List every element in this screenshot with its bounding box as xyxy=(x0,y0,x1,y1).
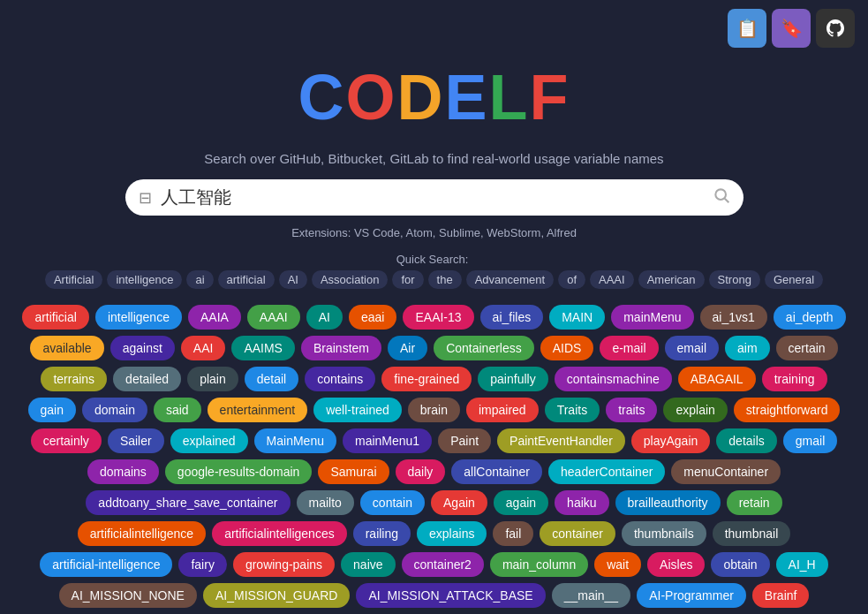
quick-search-tag[interactable]: of xyxy=(558,270,585,289)
quick-search-tag[interactable]: Association xyxy=(312,270,388,289)
tag-item[interactable]: allContainer xyxy=(451,459,542,484)
tag-item[interactable]: menuContainer xyxy=(671,459,781,484)
tag-item[interactable]: against xyxy=(110,336,175,360)
tag-item[interactable]: training xyxy=(762,367,827,391)
tag-item[interactable]: mainMenu xyxy=(611,305,693,330)
tag-item[interactable]: thumbnail xyxy=(713,521,791,546)
tag-item[interactable]: Samurai xyxy=(318,459,389,484)
tag-item[interactable]: railing xyxy=(353,521,411,546)
tag-item[interactable]: well-trained xyxy=(313,398,402,422)
tag-item[interactable]: Sailer xyxy=(108,428,164,453)
tag-item[interactable]: brain xyxy=(408,398,460,422)
tag-item[interactable]: fairy xyxy=(178,552,226,577)
quick-search-tag[interactable]: ai xyxy=(186,270,213,289)
tag-item[interactable]: intelligence xyxy=(95,305,182,330)
tag-item[interactable]: Traits xyxy=(545,398,600,422)
tag-item[interactable]: domain xyxy=(82,398,147,422)
tag-item[interactable]: AI_MISSION_ATTACK_BASE xyxy=(356,583,545,608)
tag-item[interactable]: EAAI-13 xyxy=(403,305,473,330)
tag-item[interactable]: mailto xyxy=(297,490,354,515)
tag-item[interactable]: eaai xyxy=(349,305,396,330)
quick-search-tag[interactable]: for xyxy=(392,270,423,289)
tag-item[interactable]: google-results-domain xyxy=(165,459,313,484)
tag-item[interactable]: ai_depth xyxy=(774,305,846,330)
tag-item[interactable]: details xyxy=(716,428,776,453)
tag-item[interactable]: domains xyxy=(87,459,159,484)
tag-item[interactable]: MAIN xyxy=(549,305,605,330)
tag-item[interactable]: AAIMS xyxy=(231,336,295,360)
tag-item[interactable]: contains xyxy=(305,367,375,391)
tag-item[interactable]: detail xyxy=(245,367,298,391)
tag-item[interactable]: fail xyxy=(493,521,533,546)
tag-item[interactable]: contain xyxy=(360,490,425,515)
tag-item[interactable]: brailleauthority xyxy=(615,490,721,515)
tag-item[interactable]: certain xyxy=(776,336,838,360)
tag-item[interactable]: AI xyxy=(306,305,343,330)
tag-item[interactable]: wait xyxy=(594,552,641,577)
tag-item[interactable]: explains xyxy=(417,521,487,546)
tag-item[interactable]: entertainment xyxy=(208,398,308,422)
tag-item[interactable]: Brainf xyxy=(752,583,810,608)
tag-item[interactable]: gmail xyxy=(783,428,837,453)
quick-search-tag[interactable]: the xyxy=(428,270,462,289)
quick-search-tag[interactable]: intelligence xyxy=(107,270,182,289)
tag-item[interactable]: artificial xyxy=(22,305,88,330)
tag-item[interactable]: said xyxy=(154,398,201,422)
tag-item[interactable]: artificialintelligences xyxy=(212,521,347,546)
tag-item[interactable]: addtoany_share_save_container xyxy=(86,490,290,515)
clipboard-icon[interactable]: 📋 xyxy=(728,9,766,48)
tag-item[interactable]: haiku xyxy=(555,490,608,515)
tag-item[interactable]: Containerless xyxy=(434,336,534,360)
tag-item[interactable]: impaired xyxy=(466,398,539,422)
tag-item[interactable]: explained xyxy=(170,428,248,453)
tag-item[interactable]: AAI xyxy=(181,336,226,360)
tag-item[interactable]: AI_H xyxy=(776,552,828,577)
tag-item[interactable]: artificial-intelligence xyxy=(40,552,172,577)
tag-item[interactable]: __main__ xyxy=(552,583,631,608)
tag-item[interactable]: AAIA xyxy=(188,305,241,330)
tag-item[interactable]: PaintEventHandler xyxy=(497,428,625,453)
tag-item[interactable]: AI_MISSION_NONE xyxy=(59,583,197,608)
tag-item[interactable]: mainMenu1 xyxy=(343,428,432,453)
search-input[interactable] xyxy=(161,187,713,208)
tag-item[interactable]: AAAI xyxy=(247,305,300,330)
tag-item[interactable]: naive xyxy=(341,552,395,577)
tag-item[interactable]: painfully xyxy=(478,367,547,391)
tag-item[interactable]: certainly xyxy=(31,428,102,453)
tag-item[interactable]: container2 xyxy=(402,552,484,577)
quick-search-tag[interactable]: General xyxy=(765,270,823,289)
tag-item[interactable]: ABAGAIL xyxy=(678,367,756,391)
tag-item[interactable]: available xyxy=(30,336,103,360)
tag-item[interactable]: artificialintelligence xyxy=(78,521,207,546)
tag-item[interactable]: main_column xyxy=(490,552,588,577)
tag-item[interactable]: ai_files xyxy=(480,305,544,330)
tag-item[interactable]: straightforward xyxy=(734,398,841,422)
quick-search-tag[interactable]: AAAI xyxy=(590,270,634,289)
tag-item[interactable]: aim xyxy=(725,336,770,360)
tag-item[interactable]: AI_MISSION_GUARD xyxy=(203,583,350,608)
tag-item[interactable]: traits xyxy=(606,398,657,422)
tag-item[interactable]: fine-grained xyxy=(381,367,472,391)
tag-item[interactable]: growing-pains xyxy=(233,552,335,577)
github-icon[interactable] xyxy=(816,9,855,48)
quick-search-tag[interactable]: artificial xyxy=(218,270,275,289)
tag-item[interactable]: Aisles xyxy=(647,552,705,577)
tag-item[interactable]: container xyxy=(540,521,615,546)
tag-item[interactable]: retain xyxy=(727,490,782,515)
tag-item[interactable]: obtain xyxy=(711,552,769,577)
tag-item[interactable]: thumbnails xyxy=(622,521,706,546)
tag-item[interactable]: Air xyxy=(388,336,427,360)
tag-item[interactable]: again xyxy=(494,490,548,515)
quick-search-tag[interactable]: Strong xyxy=(709,270,760,289)
quick-search-tag[interactable]: American xyxy=(638,270,705,289)
quick-search-tag[interactable]: Advancement xyxy=(466,270,555,289)
tag-item[interactable]: MainMenu xyxy=(254,428,336,453)
tag-item[interactable]: playAgain xyxy=(631,428,711,453)
tag-item[interactable]: Paint xyxy=(438,428,491,453)
tag-item[interactable]: daily xyxy=(396,459,446,484)
tag-item[interactable]: ai_1vs1 xyxy=(700,305,767,330)
tag-item[interactable]: gain xyxy=(28,398,76,422)
tag-item[interactable]: detailed xyxy=(113,367,181,391)
search-go-icon[interactable] xyxy=(713,186,730,208)
filter-icon[interactable]: ⊟ xyxy=(139,188,152,208)
